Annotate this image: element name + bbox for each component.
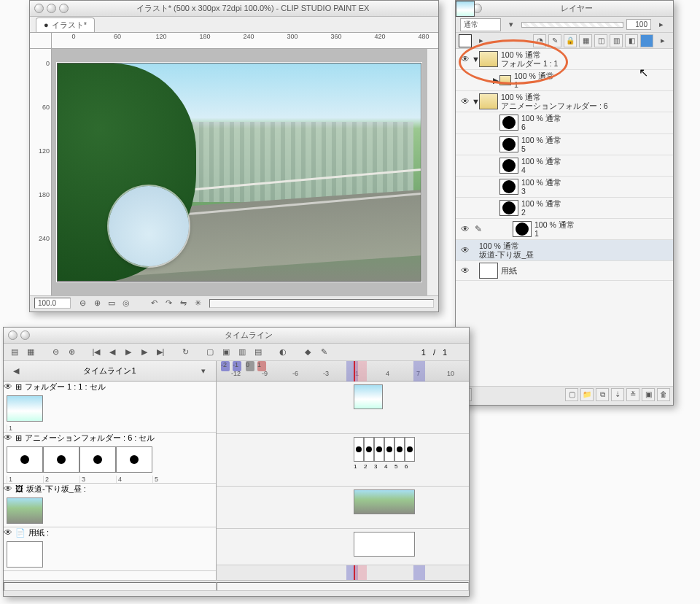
close-icon[interactable] xyxy=(8,330,18,340)
layer-thumbnail[interactable] xyxy=(499,136,518,152)
flatten-icon[interactable]: ▣ xyxy=(642,388,655,401)
reset-icon[interactable]: ✳ xyxy=(192,298,203,309)
timeline-frames-area[interactable]: -2 -1 0 1 -12 -9 -6 -3 1 4 7 10 xyxy=(217,361,469,580)
mask-icon[interactable]: ▦ xyxy=(579,34,592,47)
canvas[interactable] xyxy=(57,63,421,282)
zoom-icon[interactable] xyxy=(59,4,69,13)
tone-icon[interactable]: ◧ xyxy=(625,34,638,47)
zoom-in-icon[interactable]: ⊕ xyxy=(91,298,103,309)
track-thumb[interactable] xyxy=(79,446,116,473)
cel[interactable] xyxy=(364,437,374,462)
timeline-name[interactable]: タイムライン1 xyxy=(23,365,197,376)
visibility-icon[interactable]: 👁 xyxy=(459,245,472,255)
track-thumb[interactable] xyxy=(116,446,152,473)
last-frame-icon[interactable]: ▶| xyxy=(154,346,167,359)
dropdown-icon[interactable]: ▾ xyxy=(505,19,517,31)
minimize-icon[interactable] xyxy=(20,330,30,340)
rotate-right-icon[interactable]: ↷ xyxy=(163,298,174,309)
timeline-titlebar[interactable]: タイムライン xyxy=(4,328,469,344)
track-header[interactable]: 👁⊞アニメーションフォルダー : 6 : セル xyxy=(4,433,216,444)
dropdown-icon[interactable]: ▾ xyxy=(197,365,210,378)
layer-thumbnail[interactable] xyxy=(513,221,532,237)
effect-icon[interactable]: ▥ xyxy=(610,34,623,47)
actual-icon[interactable]: ◎ xyxy=(120,298,132,309)
layer-row[interactable]: 👁▼100 % 通常アニメーションフォルダー : 6 xyxy=(456,91,673,112)
del-cel-icon[interactable]: ▤ xyxy=(252,346,265,359)
visibility-icon[interactable]: 👁 xyxy=(459,96,472,107)
transfer-icon[interactable]: ⇣ xyxy=(611,388,624,401)
duplicate-icon[interactable]: ⧉ xyxy=(596,388,609,401)
layer-row[interactable]: 👁✎100 % 通常1 xyxy=(456,219,673,240)
layer-row[interactable]: 100 % 通常3 xyxy=(456,177,673,198)
track-thumb[interactable] xyxy=(7,395,43,422)
new-cel-icon[interactable]: ▢ xyxy=(203,346,217,359)
visibility-icon[interactable]: 👁 xyxy=(459,266,472,276)
twisty-icon[interactable]: ▶ xyxy=(492,76,499,85)
cel[interactable] xyxy=(405,437,415,462)
new-timeline-icon[interactable]: ▤ xyxy=(8,346,21,359)
play-icon[interactable]: ▶ xyxy=(122,346,135,359)
dropdown-icon[interactable]: ▸ xyxy=(657,35,669,47)
clip-icon[interactable]: ◔ xyxy=(533,34,546,47)
layer-row[interactable]: 👁100 % 通常坂道-下り坂_昼 xyxy=(456,240,673,261)
visibility-icon[interactable]: 👁 xyxy=(4,484,12,494)
new-layer-icon[interactable]: ▢ xyxy=(565,388,578,401)
canvas-area[interactable] xyxy=(52,49,427,295)
minimize-icon[interactable] xyxy=(47,4,56,13)
stepper-icon[interactable]: ▸ xyxy=(656,19,667,31)
cel[interactable] xyxy=(374,437,384,462)
ruler-horizontal[interactable]: 0 60 120 180 240 300 360 420 480 xyxy=(52,33,438,49)
zoom-out-icon[interactable]: ⊖ xyxy=(49,346,62,359)
timeline-track[interactable]: 👁⊞フォルダー 1 : 1 : セル1 xyxy=(4,382,216,433)
track-thumb[interactable] xyxy=(7,541,43,568)
opacity-slider[interactable] xyxy=(521,22,623,28)
timeline-track[interactable]: 👁🖼坂道-下り坂_昼 : xyxy=(4,484,216,527)
track-thumb[interactable] xyxy=(43,446,79,473)
layer-row[interactable]: 100 % 通常2 xyxy=(456,198,673,219)
layer-thumbnail[interactable] xyxy=(499,115,518,131)
color-icon[interactable] xyxy=(640,34,653,47)
timeline-track[interactable]: 👁⊞アニメーションフォルダー : 6 : セル12345 xyxy=(4,433,216,484)
collapse-icon[interactable]: ◀ xyxy=(9,365,23,378)
new-folder-icon[interactable]: 📁 xyxy=(580,388,594,401)
vertical-scrollbar[interactable] xyxy=(427,49,438,295)
opacity-field[interactable] xyxy=(626,19,651,30)
track-header[interactable]: 👁⊞フォルダー 1 : 1 : セル xyxy=(4,382,216,392)
timeline-track[interactable]: 👁📄用紙 : xyxy=(4,527,216,571)
lock-icon[interactable]: 🔒 xyxy=(564,34,577,47)
canvas-titlebar[interactable]: イラスト* (500 x 300px 72dpi 100.0%) - CLIP … xyxy=(30,1,438,17)
track-thumb[interactable] xyxy=(7,497,43,524)
layer-thumbnail[interactable] xyxy=(499,179,518,195)
edit-icon[interactable]: ✎ xyxy=(317,346,330,359)
merge-icon[interactable]: ≚ xyxy=(626,388,639,401)
zoom-out-icon[interactable]: ⊖ xyxy=(77,298,88,309)
batch-cel-icon[interactable]: ▥ xyxy=(236,346,249,359)
track-header[interactable]: 👁🖼坂道-下り坂_昼 : xyxy=(4,484,216,495)
zoom-in-icon[interactable]: ⊕ xyxy=(65,346,78,359)
keyframe-icon[interactable]: ◆ xyxy=(301,346,314,359)
loop-icon[interactable]: ↻ xyxy=(179,346,192,359)
cel[interactable] xyxy=(354,384,383,409)
visibility-icon[interactable]: 👁 xyxy=(459,54,472,64)
spec-cel-icon[interactable]: ▣ xyxy=(219,346,233,359)
zoom-field[interactable]: 100.0 xyxy=(34,298,71,309)
timeline-hscroll-left[interactable] xyxy=(4,582,217,591)
cel[interactable] xyxy=(394,437,405,462)
cel[interactable] xyxy=(354,532,415,557)
ref-icon[interactable]: ✎ xyxy=(548,34,561,47)
layer-thumbnail[interactable] xyxy=(479,51,498,67)
layer-thumbnail[interactable] xyxy=(499,200,518,216)
flip-icon[interactable]: ⇋ xyxy=(177,298,189,309)
onion-marker[interactable]: -2 xyxy=(221,361,230,371)
visibility-icon[interactable]: 👁 xyxy=(4,382,12,392)
visibility-icon[interactable]: 👁 xyxy=(4,433,12,443)
prev-frame-icon[interactable]: ◀ xyxy=(106,346,119,359)
blend-mode-select[interactable]: 通常 xyxy=(460,18,501,31)
cel[interactable] xyxy=(384,437,394,462)
onion-icon[interactable]: ◐ xyxy=(276,346,289,359)
cel[interactable] xyxy=(354,437,364,462)
onion-marker[interactable]: 0 xyxy=(246,361,254,371)
ruler-vertical[interactable]: 0 60 120 180 240 xyxy=(30,49,52,295)
fit-icon[interactable]: ▭ xyxy=(106,298,117,309)
close-icon[interactable] xyxy=(34,4,44,13)
